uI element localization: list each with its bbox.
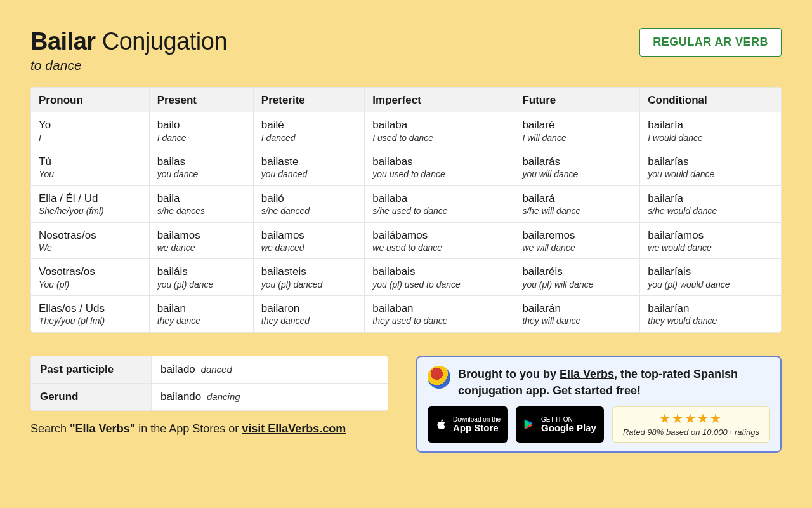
conjugation-cell: bailaréisyou (pl) will dance xyxy=(514,259,640,296)
conjugation-cell: bailoI dance xyxy=(149,112,253,149)
page-title: Bailar Conjugation xyxy=(30,28,227,55)
form-row: Past participlebailado danced xyxy=(31,356,388,383)
table-row: Ellas/os / UdsThey/you (pl fml)bailanthe… xyxy=(31,296,782,333)
conjugation-cell: bailaremoswe will dance xyxy=(514,222,640,259)
google-play-button[interactable]: GET IT ONGoogle Play xyxy=(516,406,604,443)
verb-forms-table: Past participlebailado dancedGerundbaila… xyxy=(30,356,388,411)
form-value: bailando dancing xyxy=(152,383,388,410)
conjugation-cell: bailáisyou (pl) dance xyxy=(149,259,253,296)
conjugation-cell: bailaránthey will dance xyxy=(514,296,640,333)
conjugation-cell: bailamoswe danced xyxy=(253,222,364,259)
verb-type-badge: REGULAR AR VERB xyxy=(639,28,782,57)
conjugation-cell: bailaronthey danced xyxy=(253,296,364,333)
conjugation-cell: bailanthey dance xyxy=(149,296,253,333)
conjugation-cell: bailamoswe dance xyxy=(149,222,253,259)
column-header: Present xyxy=(149,88,253,112)
conjugation-cell: bailarías/he would dance xyxy=(640,185,782,222)
conjugation-cell: bailarásyou will dance xyxy=(514,149,640,186)
ellaverbs-link[interactable]: visit EllaVerbs.com xyxy=(242,422,346,435)
app-store-button[interactable]: Download on theApp Store xyxy=(428,406,508,443)
conjugation-cell: bailasteisyou (pl) danced xyxy=(253,259,364,296)
conjugation-cell: bailas/he dances xyxy=(149,185,253,222)
conjugation-cell: bailábamoswe used to dance xyxy=(365,222,514,259)
column-header: Pronoun xyxy=(31,88,150,112)
apple-icon xyxy=(434,417,448,431)
conjugation-cell: bailabasyou used to dance xyxy=(365,149,514,186)
conjugation-cell: bailaríaI would dance xyxy=(640,112,782,149)
column-header: Imperfect xyxy=(365,88,514,112)
app-icon xyxy=(428,366,450,389)
table-row: Nosotras/osWebailamoswe dancebailamoswe … xyxy=(31,222,782,259)
conjugation-cell: bailabas/he used to dance xyxy=(365,185,514,222)
table-row: YoIbailoI dancebailéI dancedbailabaI use… xyxy=(31,112,782,149)
conjugation-cell: bailabaisyou (pl) used to dance xyxy=(365,259,514,296)
play-icon xyxy=(522,417,536,431)
promo-box: Brought to you by Ella Verbs, the top-ra… xyxy=(416,356,782,453)
title-suffix: Conjugation xyxy=(102,28,227,55)
conjugation-cell: bailabanthey used to dance xyxy=(365,296,514,333)
conjugation-cell: bailaríaisyou (pl) would dance xyxy=(640,259,782,296)
pronoun-cell: TúYou xyxy=(31,149,150,186)
form-label: Past participle xyxy=(31,356,152,383)
conjugation-table: PronounPresentPreteriteImperfectFutureCo… xyxy=(30,87,782,333)
rating-text: Rated 98% based on 10,000+ ratings xyxy=(623,427,759,437)
conjugation-cell: bailaríamoswe would dance xyxy=(640,222,782,259)
conjugation-cell: bailasyou dance xyxy=(149,149,253,186)
conjugation-cell: bailarás/he will dance xyxy=(514,185,640,222)
conjugation-cell: bailaríanthey would dance xyxy=(640,296,782,333)
page-title-block: Bailar Conjugation to dance xyxy=(30,28,227,73)
rating-box: ★★★★★ Rated 98% based on 10,000+ ratings xyxy=(612,406,770,443)
form-value: bailado danced xyxy=(152,356,388,383)
ella-verbs-link[interactable]: Ella Verbs xyxy=(560,368,614,380)
form-row: Gerundbailando dancing xyxy=(31,383,388,410)
column-header: Future xyxy=(514,88,640,112)
pronoun-cell: Nosotras/osWe xyxy=(31,222,150,259)
conjugation-cell: bailabaI used to dance xyxy=(365,112,514,149)
pronoun-cell: Vosotras/osYou (pl) xyxy=(31,259,150,296)
conjugation-cell: bailasteyou danced xyxy=(253,149,364,186)
table-row: Ella / Él / UdShe/he/you (fml)bailas/he … xyxy=(31,185,782,222)
table-row: Vosotras/osYou (pl)bailáisyou (pl) dance… xyxy=(31,259,782,296)
search-instruction: Search "Ella Verbs" in the App Stores or… xyxy=(30,422,388,436)
verb-name: Bailar xyxy=(30,28,96,55)
column-header: Conditional xyxy=(640,88,782,112)
conjugation-cell: bailéI danced xyxy=(253,112,364,149)
pronoun-cell: Ella / Él / UdShe/he/you (fml) xyxy=(31,185,150,222)
table-row: TúYoubailasyou dancebailasteyou dancedba… xyxy=(31,149,782,186)
pronoun-cell: YoI xyxy=(31,112,150,149)
conjugation-cell: bailós/he danced xyxy=(253,185,364,222)
verb-meaning: to dance xyxy=(30,58,227,73)
pronoun-cell: Ellas/os / UdsThey/you (pl fml) xyxy=(31,296,150,333)
star-icons: ★★★★★ xyxy=(623,411,759,426)
form-label: Gerund xyxy=(31,383,152,410)
promo-text: Brought to you by Ella Verbs, the top-ra… xyxy=(458,366,770,399)
conjugation-cell: bailaréI will dance xyxy=(514,112,640,149)
column-header: Preterite xyxy=(253,88,364,112)
conjugation-cell: bailaríasyou would dance xyxy=(640,149,782,186)
